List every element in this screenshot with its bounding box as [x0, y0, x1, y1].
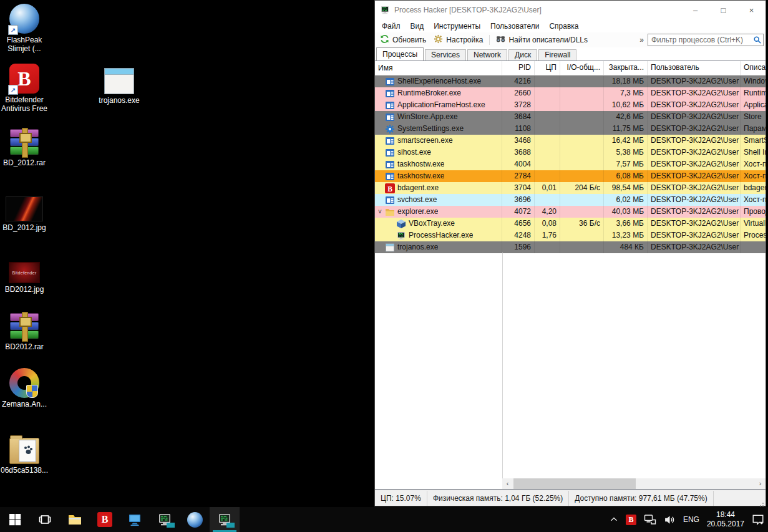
desktop-icon[interactable]: 06d5ca5138...: [0, 435, 49, 475]
close-button[interactable]: ×: [737, 1, 766, 19]
process-row[interactable]: taskhostw.exe27846,08 МБDESKTOP-3KJ2AG2\…: [375, 170, 766, 182]
desc-cell: Applicatio: [741, 99, 766, 111]
scrollbar-thumb[interactable]: [513, 478, 636, 489]
scrollbar-track[interactable]: [513, 478, 755, 489]
this-pc-button[interactable]: [120, 507, 150, 532]
scroll-left-arrow[interactable]: ‹: [502, 478, 513, 489]
title-bar[interactable]: Process Hacker [DESKTOP-3KJ2AG2\User] – …: [375, 1, 766, 19]
process-name: bdagent.exe: [397, 182, 439, 194]
speaker-icon[interactable]: [660, 507, 679, 532]
cpu-cell: [535, 123, 560, 135]
desktop-icon[interactable]: trojanos.exe: [95, 66, 143, 105]
start-button[interactable]: [0, 507, 30, 532]
process-hacker-button[interactable]: [150, 507, 180, 532]
menu-item[interactable]: Пользователи: [485, 21, 544, 32]
folder-icon: [385, 207, 395, 217]
process-row[interactable]: trojanos.exe1596484 КБDESKTOP-3KJ2AG2\Us…: [375, 241, 766, 253]
find-handles-button[interactable]: Найти описатели/DLLs: [492, 33, 591, 47]
resize-grip[interactable]: [762, 503, 764, 504]
horizontal-scrollbar[interactable]: ‹ ›: [502, 478, 766, 489]
clock-date: 20.05.2017: [707, 520, 744, 529]
language-indicator[interactable]: ENG: [679, 507, 703, 532]
menu-item[interactable]: Вид: [406, 21, 429, 32]
menu-item[interactable]: Инструменты: [429, 21, 485, 32]
process-row[interactable]: VBoxTray.exe46560,0836 Б/с3,66 МБDESKTOP…: [375, 218, 766, 230]
menu-item[interactable]: Справка: [544, 21, 583, 32]
app-window-icon: [385, 148, 395, 158]
app-window-icon: [385, 195, 395, 205]
default-app-icon: [385, 243, 395, 253]
desktop-icon[interactable]: Zemana.An...: [0, 368, 49, 409]
desktop-icon[interactable]: BD_2012.jpg: [0, 193, 49, 232]
tray-bitdefender-icon[interactable]: B: [622, 507, 640, 532]
process-row[interactable]: SystemSettings.exe110811,75 МБDESKTOP-3K…: [375, 123, 766, 135]
private-cell: 18,18 МБ: [604, 75, 648, 87]
menu-item[interactable]: Файл: [377, 21, 406, 32]
desktop-icon[interactable]: BitdefenderBD2012.jpg: [0, 257, 49, 294]
bitdefender-button[interactable]: B: [90, 507, 120, 532]
desktop-icon[interactable]: BD_2012.rar: [0, 128, 49, 167]
process-hacker-window: Process Hacker [DESKTOP-3KJ2AG2\User] – …: [374, 0, 766, 506]
refresh-button[interactable]: Обновить: [376, 33, 430, 47]
process-name: SystemSettings.exe: [397, 123, 464, 135]
column-header[interactable]: I/O-общ...: [560, 61, 604, 75]
browser-button[interactable]: [180, 507, 210, 532]
taskbar: B B ENG 18:44 20.05.2017: [0, 507, 768, 532]
tab-диск[interactable]: Диск: [508, 49, 537, 60]
toolbar-overflow-chevron[interactable]: »: [636, 36, 648, 44]
process-row[interactable]: sihost.exe36885,38 МБDESKTOP-3KJ2AG2\Use…: [375, 147, 766, 158]
file-explorer-button[interactable]: [60, 507, 90, 532]
user-cell: DESKTOP-3KJ2AG2\User: [648, 135, 741, 147]
process-row[interactable]: RuntimeBroker.exe26607,3 МБDESKTOP-3KJ2A…: [375, 87, 766, 99]
process-row[interactable]: Bbdagent.exe37040,01204 Б/с98,54 МБDESKT…: [375, 182, 766, 194]
desktop-icon[interactable]: B↗Bitdefender Antivirus Free: [0, 64, 49, 113]
process-name-cell: taskhostw.exe: [375, 170, 502, 182]
process-row[interactable]: ˅explorer.exe40724,2040,03 МБDESKTOP-3KJ…: [375, 206, 766, 218]
column-header[interactable]: Пользователь: [648, 61, 741, 75]
minimize-button[interactable]: –: [681, 1, 709, 19]
process-row[interactable]: taskhostw.exe40047,57 МБDESKTOP-3KJ2AG2\…: [375, 158, 766, 170]
process-hacker-active-button[interactable]: [210, 507, 240, 532]
status-section: Физическая память: 1,04 ГБ (52.25%): [427, 491, 569, 506]
tab-network[interactable]: Network: [467, 49, 507, 60]
tab-firewall[interactable]: Firewall: [538, 49, 576, 60]
column-header[interactable]: ЦП: [535, 61, 560, 75]
io-cell: 204 Б/с: [560, 182, 604, 194]
task-view-button[interactable]: [30, 507, 60, 532]
column-header[interactable]: PID: [502, 61, 535, 75]
scroll-right-arrow[interactable]: ›: [755, 478, 766, 489]
process-row[interactable]: smartscreen.exe346816,42 МБDESKTOP-3KJ2A…: [375, 135, 766, 147]
clock[interactable]: 18:44 20.05.2017: [703, 507, 748, 532]
process-row[interactable]: ProcessHacker.exe42481,7613,23 МБDESKTOP…: [375, 230, 766, 241]
user-cell: DESKTOP-3KJ2AG2\User: [648, 182, 741, 194]
column-header[interactable]: Описание: [741, 61, 766, 75]
options-button[interactable]: Настройка: [430, 33, 487, 47]
desc-cell: VirtualBox: [741, 218, 766, 230]
pid-cell: 3688: [502, 147, 535, 158]
folder-paw-icon: [9, 438, 39, 464]
action-center-icon[interactable]: [748, 507, 768, 532]
process-row[interactable]: svchost.exe36966,02 МБDESKTOP-3KJ2AG2\Us…: [375, 194, 766, 206]
process-row[interactable]: ShellExperienceHost.exe421618,18 МБDESKT…: [375, 75, 766, 87]
pid-cell: 1108: [502, 123, 535, 135]
desktop-icon[interactable]: ↗FlashPeak Slimjet (...: [0, 4, 49, 53]
expander-chevron-icon[interactable]: ˅: [375, 206, 385, 218]
desktop-icon[interactable]: BD2012.rar: [0, 312, 49, 351]
network-icon[interactable]: [640, 507, 660, 532]
column-header[interactable]: Имя: [375, 61, 502, 75]
process-row[interactable]: WinStore.App.exe368442,6 МБDESKTOP-3KJ2A…: [375, 111, 766, 123]
desktop-icon-label: 06d5ca5138...: [0, 466, 49, 475]
app-window-icon: [385, 136, 395, 146]
maximize-button[interactable]: □: [709, 1, 737, 19]
process-row[interactable]: ApplicationFrameHost.exe372810,62 МБDESK…: [375, 99, 766, 111]
gear-icon: [385, 124, 395, 134]
process-name-cell: RuntimeBroker.exe: [375, 87, 502, 99]
private-cell: 7,57 МБ: [604, 158, 648, 170]
pid-cell: 4656: [502, 218, 535, 230]
tab-процессы[interactable]: Процессы: [376, 47, 424, 60]
tray-chevron-up-icon[interactable]: [606, 507, 622, 532]
column-header[interactable]: Закрыта...: [604, 61, 648, 75]
tab-services[interactable]: Services: [425, 49, 466, 60]
process-filter-input[interactable]: [648, 36, 752, 44]
table-header: ИмяPIDЦПI/O-общ...Закрыта...Пользователь…: [375, 61, 766, 75]
